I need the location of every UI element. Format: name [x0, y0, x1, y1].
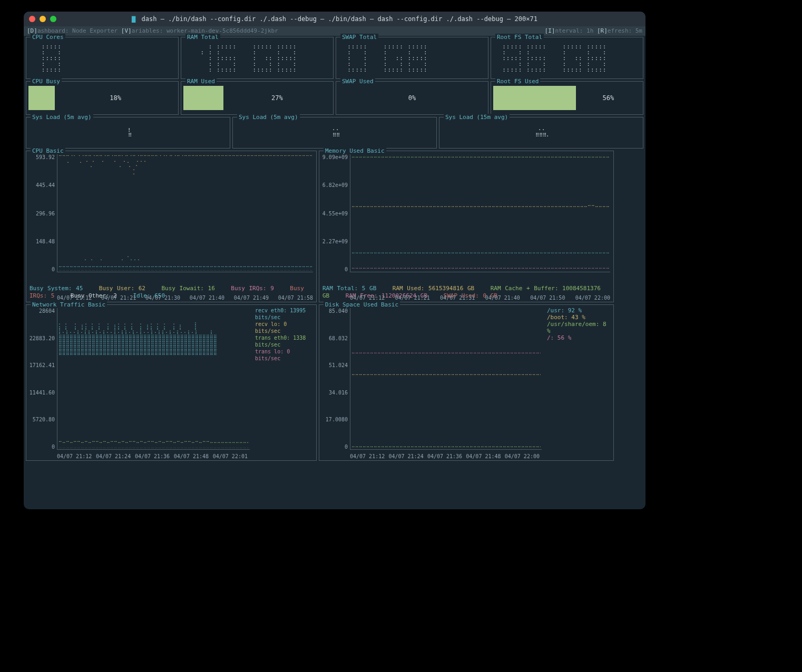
panel-ram-total: RAM Total : ::::: ::::: ::::: : : : : : … — [181, 37, 334, 79]
panel-title: Disk Space Used Basic — [324, 301, 400, 308]
titlebar[interactable]: ▇ dash — ./bin/dash --config.dir ./.dash… — [24, 12, 645, 26]
interval-key[interactable]: [I] — [545, 27, 555, 34]
panel-swap-used: SWAP Used 0% — [336, 81, 488, 115]
panel-memory-basic: Memory Used Basic 9.09e+09 6.82e+09 4.55… — [319, 151, 614, 302]
sysload-value: ⠇ ⠿ — [124, 128, 131, 137]
gauge-bar — [493, 86, 576, 110]
plot-area: ⠂ ⠂ ⠂ ⠄⠂ ⠂ ⠂ ⠂ ⠄⠂ ⠂ ⠂ ⠂ ⠄⠂ ⠂ ⠂ ⠂ ⠄ ⠇ ⠇ ⠇… — [57, 308, 250, 450]
chart-legend: recv eth0: 13995 bits/sec recv lo: 0 bit… — [253, 305, 316, 460]
gauge-label: 27% — [223, 94, 331, 102]
gauge-bar — [28, 86, 55, 110]
big-value-ram-total: : ::::: ::::: ::::: : : : : : : : ::::: … — [184, 41, 330, 73]
panel-root-fs-used: Root FS Used 56% — [491, 81, 643, 115]
panel-network-basic: Network Traffic Basic 28604 22883.20 171… — [26, 304, 317, 461]
panel-title: CPU Basic — [31, 147, 65, 154]
panel-title: Root FS Used — [495, 78, 540, 85]
panel-disk-basic: Disk Space Used Basic 85.040 68.032 51.0… — [319, 304, 614, 461]
gauge-label: 0% — [338, 94, 486, 102]
chart-series-free: ⠒⠒⠒⠒⠒⠒⠒⠒⠒⠒⠒⠒⠒⠒⠒⠒⠒⠒⠒⠒⠒⠒⠒⠒⠒⠒⠒⠒⠒⠒⠒⠒⠒⠒⠒⠒⠒⠒⠒⠒… — [351, 266, 609, 271]
plot-area: ⠤⠤⠤⠤⠤⠤⠤⠤⠤⠤⠤⠤⠤⠤⠤⠤⠤⠤⠤⠤⠤⠤⠤⠤⠤⠤⠤⠤⠤⠤⠤⠤⠤⠤⠤⠤⠤⠤⠤⠤… — [350, 308, 542, 450]
panel-cpu-basic: CPU Basic 593.92 445.44 296.96 148.48 0 … — [26, 151, 317, 302]
chart-series-busy: ⠄ ⠂ ⠂ ⠂ ⠂ ⠂⠂⠂ ⣀⣀⣀⣀⣀⣀⣀⣀⣀⣀⣀⣀⣀⣀⣀⣀⣀⣀⣀⣀⣀⣀⣀⣀⣀⣀… — [58, 254, 312, 271]
panel-sysload-15m: Sys Load (15m avg) ⠂⠂ ⠿⠿⠿⠄ — [439, 117, 643, 149]
plot-area: ⠒⠒⠒⠒⠒⠒⠒⠒⠒⠒⠒⠒⠒⠒⠒⠒⠒⠒⠒⠒⠒⠒⠒⠒⠒⠒⠒⠒⠒⠒⠒⠒⠒⠒⠒⠒⠒⠒⠒⠒… — [350, 154, 610, 272]
panel-title: SWAP Total — [340, 34, 378, 41]
chart-series-cache: ⠒⠒⠒⠒⠒⠒⠒⠒⠒⠒⠒⠒⠒⠒⠒⠒⠒⠒⠒⠒⠒⠒⠒⠒⠒⠒⠒⠒⠒⠒⠒⠒⠒⠒⠒⠒⠒⠒⠒⠒… — [351, 155, 609, 160]
big-value-cpu-cores: ::::: : : ::::: : : ::::: — [30, 41, 175, 73]
chart-series-recv: ⠂ ⠂ ⠂ ⠄⠂ ⠂ ⠂ ⠂ ⠄⠂ ⠂ ⠂ ⠂ ⠄⠂ ⠂ ⠂ ⠂ ⠄ ⠇ ⠇ ⠇… — [58, 322, 249, 356]
gauge-label: 18% — [55, 94, 176, 102]
chart-series-idle: ⠉⠉⠉⠈⠁⠈⠈⠉⠉⠈⠉⠉⠈⠉⠈⠉⠉⠁⠉⠈⠉⠈⠉⠉⠉⠉⠉⠈⠈⠁⠉⠈⠉⠈⠉⠉⠉⠉⠉⠉… — [58, 155, 312, 176]
panel-title: CPU Cores — [31, 34, 65, 41]
panel-title: Sys Load (5m avg) — [31, 114, 93, 121]
panel-title: RAM Used — [185, 78, 217, 85]
chart-series-trans: ⠒⠤⠒⠤⠒⠒⠤⠒⠤⠒⠒⠤⠒⠤⠒⠒⠤⠒⠤⠒⠒⠤⠒⠤⠒⠒⠤⠒⠤⠒⠒⠤⠒⠤⠒⠒⠤⠒⠤⠒… — [58, 440, 249, 448]
panel-title: Network Traffic Basic — [31, 301, 107, 308]
chart-series-root: ⠤⠤⠤⠤⠤⠤⠤⠤⠤⠤⠤⠤⠤⠤⠤⠤⠤⠤⠤⠤⠤⠤⠤⠤⠤⠤⠤⠤⠤⠤⠤⠤⠤⠤⠤⠤⠤⠤⠤⠤… — [351, 350, 541, 354]
panel-sysload-5m-b: Sys Load (5m avg) ⠂⠂ ⠿⠿ — [232, 117, 437, 149]
panel-title: Memory Used Basic — [324, 147, 386, 154]
y-axis: 593.92 445.44 296.96 148.48 0 — [26, 151, 57, 283]
gauge-label: 56% — [576, 94, 641, 102]
chart-series-oem: ⠤⠤⠤⠤⠤⠤⠤⠤⠤⠤⠤⠤⠤⠤⠤⠤⠤⠤⠤⠤⠤⠤⠤⠤⠤⠤⠤⠤⠤⠤⠤⠤⠤⠤⠤⠤⠤⠤⠤⠤… — [351, 444, 541, 448]
panel-title: CPU Busy — [31, 78, 62, 85]
x-axis: 04/07 21:12 04/07 21:21 04/07 21:30 04/0… — [57, 295, 313, 301]
variables-key[interactable]: [V] — [121, 27, 132, 34]
y-axis: 9.09e+09 6.82e+09 4.55e+09 2.27e+09 0 — [319, 151, 350, 283]
panel-ram-used: RAM Used 27% — [181, 81, 334, 115]
folder-icon: ▇ — [132, 15, 135, 23]
y-axis: 28604 22883.20 17162.41 11441.60 5720.80… — [26, 305, 57, 460]
x-axis: 04/07 21:12 04/07 21:24 04/07 21:36 04/0… — [350, 453, 540, 459]
panel-swap-total: SWAP Total ::::: ::::: ::::: : : : : : :… — [336, 37, 488, 79]
refresh-key[interactable]: [R] — [597, 27, 608, 34]
sysload-value: ⠂⠂ ⠿⠿⠿⠄ — [532, 128, 550, 137]
x-axis: 04/07 21:12 04/07 21:21 04/07 21:31 04/0… — [350, 295, 610, 301]
gauge-bar — [183, 86, 223, 110]
terminal-window: ▇ dash — ./bin/dash --config.dir ./.dash… — [24, 12, 645, 509]
big-value-swap-total: ::::: ::::: ::::: : : : : : : : : :: :::… — [339, 41, 485, 73]
dashboard-content: CPU Cores ::::: : : ::::: : : ::::: RAM … — [24, 36, 645, 462]
chart-series-total: ⠒⠒⠒⠒⠒⠒⠒⠒⠒⠒⠒⠒⠒⠒⠒⠒⠒⠒⠒⠒⠒⠒⠒⠒⠒⠒⠒⠒⠒⠒⠒⠒⠒⠒⠒⠒⠒⠒⠒⠒… — [351, 251, 609, 255]
panel-title: Root FS Total — [495, 34, 544, 41]
sysload-value: ⠂⠂ ⠿⠿ — [329, 128, 340, 137]
plot-area: ⠉⠉⠉⠈⠁⠈⠈⠉⠉⠈⠉⠉⠈⠉⠈⠉⠉⠁⠉⠈⠉⠈⠉⠉⠉⠉⠉⠈⠈⠁⠉⠈⠉⠈⠉⠉⠉⠉⠉⠉… — [57, 154, 313, 272]
window-title: ▇ dash — ./bin/dash --config.dir ./.dash… — [24, 15, 645, 23]
chart-series-used: ⠤⠤⠤⠤⠤⠤⠤⠤⠤⠤⠤⠤⠤⠤⠤⠤⠤⠤⠤⠤⠤⠤⠤⠤⠤⠤⠤⠤⠤⠤⠤⠤⠤⠤⠤⠤⠤⠤⠤⠤… — [351, 204, 609, 208]
panel-cpu-busy: CPU Busy 18% — [26, 81, 179, 115]
big-value-root-fs-total: ::::: ::::: ::::: ::::: : : : : : : ::::… — [494, 41, 640, 73]
panel-title: RAM Total — [185, 34, 220, 41]
panel-title: Sys Load (5m avg) — [237, 114, 300, 121]
chart-series-boot: ⠤⠤⠤⠤⠤⠤⠤⠤⠤⠤⠤⠤⠤⠤⠤⠤⠤⠤⠤⠤⠤⠤⠤⠤⠤⠤⠤⠤⠤⠤⠤⠤⠤⠤⠤⠤⠤⠤⠤⠤… — [351, 372, 541, 376]
y-axis: 85.040 68.032 51.024 34.016 17.0080 0 — [319, 305, 350, 460]
panel-title: Sys Load (15m avg) — [444, 114, 510, 121]
panel-sysload-5m-a: Sys Load (5m avg) ⠇ ⠿ — [26, 117, 230, 149]
chart-legend: /usr: 92 % /boot: 43 % /usr/share/oem: 8… — [545, 305, 613, 460]
panel-title: SWAP Used — [340, 78, 375, 85]
panel-cpu-cores: CPU Cores ::::: : : ::::: : : ::::: — [26, 37, 179, 79]
status-bar: [D]ashboard: Node Exporter [V]ariables: … — [24, 26, 645, 36]
x-axis: 04/07 21:12 04/07 21:24 04/07 21:36 04/0… — [57, 453, 248, 459]
panel-root-fs-total: Root FS Total ::::: ::::: ::::: ::::: : … — [491, 37, 643, 79]
